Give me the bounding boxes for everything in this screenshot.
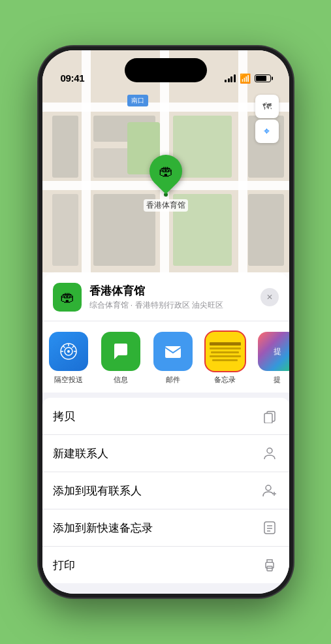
notes-icon — [206, 332, 245, 371]
action-list: 拷贝 新建联系人 — [42, 398, 289, 583]
action-new-contact[interactable]: 新建联系人 — [42, 435, 289, 472]
dynamic-island — [125, 58, 207, 82]
map-controls: 🗺 ⌖ — [255, 95, 279, 143]
svg-rect-22 — [264, 413, 272, 423]
wifi-icon: 📶 — [240, 73, 251, 84]
messages-icon — [101, 332, 140, 371]
notes-selected-border — [206, 332, 245, 371]
battery-icon — [255, 74, 271, 82]
svg-point-23 — [267, 448, 272, 453]
phone-frame: 09:41 📶 — [39, 46, 293, 598]
share-app-mail[interactable]: 邮件 — [147, 332, 199, 385]
share-app-notes[interactable]: 备忘录 — [199, 332, 251, 385]
mail-label: 邮件 — [166, 375, 180, 385]
location-name: 香港体育馆 — [89, 283, 253, 298]
location-card: 🏟 香港体育馆 综合体育馆 · 香港特别行政区 油尖旺区 ✕ — [42, 272, 289, 321]
location-card-text: 香港体育馆 综合体育馆 · 香港特别行政区 油尖旺区 — [89, 283, 253, 311]
action-new-contact-label: 新建联系人 — [53, 446, 108, 461]
share-app-airdrop[interactable]: 隔空投送 — [42, 332, 95, 385]
notes-label: 备忘录 — [214, 375, 236, 385]
location-card-icon: 🏟 — [53, 283, 82, 312]
map-type-button[interactable]: 🗺 — [255, 95, 279, 118]
map-label: 南口 — [127, 95, 148, 106]
copy-icon — [260, 407, 279, 425]
share-app-more[interactable]: 提 提 — [251, 332, 289, 385]
svg-rect-15 — [248, 194, 284, 266]
action-print[interactable]: 打印 — [42, 547, 289, 583]
phone-screen: 09:41 📶 — [42, 50, 289, 594]
action-copy[interactable]: 拷贝 — [42, 398, 289, 435]
svg-rect-12 — [52, 194, 78, 266]
action-add-notes-label: 添加到新快速备忘录 — [53, 521, 153, 536]
status-icons: 📶 — [225, 73, 271, 84]
action-print-label: 打印 — [53, 558, 75, 573]
marker-label: 香港体育馆 — [144, 199, 188, 212]
more-icon: 提 — [258, 332, 289, 371]
share-app-messages[interactable]: 信息 — [95, 332, 147, 385]
person-add-icon — [260, 481, 279, 500]
person-icon — [260, 444, 279, 462]
svg-rect-7 — [52, 116, 78, 178]
bottom-sheet: 🏟 香港体育馆 综合体育馆 · 香港特别行政区 油尖旺区 ✕ — [42, 272, 289, 594]
status-time: 09:41 — [61, 72, 85, 84]
location-subtitle: 综合体育馆 · 香港特别行政区 油尖旺区 — [89, 300, 253, 311]
action-copy-label: 拷贝 — [53, 409, 75, 424]
svg-rect-27 — [264, 522, 275, 534]
airdrop-icon — [49, 332, 88, 371]
signal-bars-icon — [225, 74, 236, 82]
close-button[interactable]: ✕ — [260, 288, 279, 306]
svg-point-19 — [67, 350, 70, 353]
airdrop-label: 隔空投送 — [54, 375, 83, 385]
more-label: 提 — [274, 375, 281, 385]
share-apps-row: 隔空投送 信息 — [42, 321, 289, 393]
svg-point-24 — [266, 485, 271, 491]
messages-label: 信息 — [114, 375, 128, 385]
location-button[interactable]: ⌖ — [255, 120, 279, 143]
action-add-existing-label: 添加到现有联系人 — [53, 483, 142, 498]
action-add-existing[interactable]: 添加到现有联系人 — [42, 472, 289, 509]
print-icon — [260, 556, 279, 574]
note-icon — [260, 519, 279, 537]
mail-icon — [153, 332, 193, 371]
action-add-notes[interactable]: 添加到新快速备忘录 — [42, 509, 289, 547]
location-marker: 🏟 香港体育馆 — [144, 155, 188, 212]
